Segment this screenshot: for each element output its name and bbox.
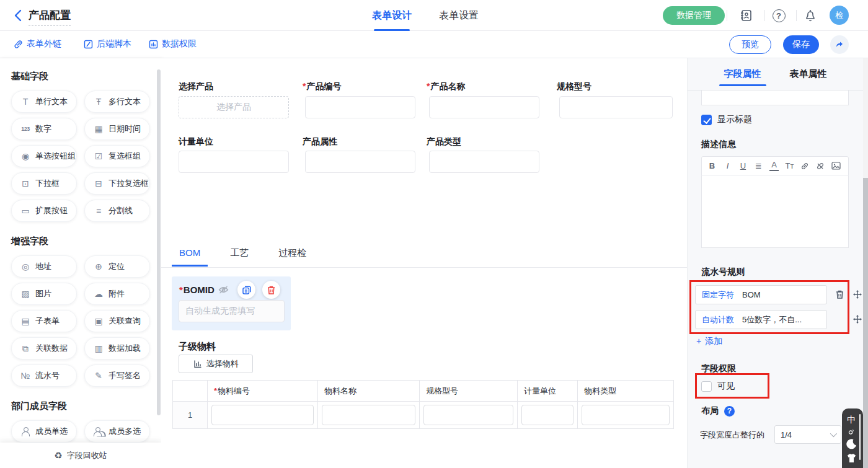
theme-shirt-icon[interactable] — [842, 453, 861, 463]
sidebar-item-image[interactable]: ▨图片 — [11, 283, 77, 305]
selected-field-bomid[interactable]: *BOMID 自动生成无需填写 — [172, 276, 291, 330]
serial-rule-fixed-chars[interactable]: 固定字符 BOM — [695, 285, 827, 304]
auto-theme-icon[interactable] — [842, 429, 861, 435]
col-spec-model[interactable]: 规格型号 — [420, 381, 518, 402]
move-rule-handle[interactable] — [852, 314, 862, 324]
back-button[interactable] — [11, 8, 26, 23]
data-permission-button[interactable]: 数据权限 — [149, 38, 197, 50]
product-attr-input[interactable] — [305, 151, 415, 173]
product-name-input[interactable] — [429, 96, 539, 118]
data-manage-button[interactable]: 数据管理 — [663, 6, 725, 25]
spec-model-input[interactable] — [559, 96, 673, 118]
italic-icon[interactable]: I — [723, 161, 732, 170]
sidebar-item-attachment[interactable]: ☁附件 — [84, 283, 150, 305]
trash-icon — [835, 289, 844, 299]
number-icon: 123 — [20, 126, 31, 132]
sidebar-item-number[interactable]: 123数字 — [11, 118, 77, 140]
serial-rule-auto-count[interactable]: 自动计数 5位数字，不自... — [695, 310, 827, 329]
field-recycle-bin[interactable]: ♻ 字段回收站 — [0, 443, 161, 468]
select-material-button[interactable]: 选择物料 — [179, 355, 253, 373]
field-width-select[interactable]: 1/4 — [774, 425, 841, 444]
add-rule-button[interactable]: + 添加 — [696, 336, 722, 347]
show-title-checkbox[interactable] — [701, 115, 712, 125]
move-rule-handle[interactable] — [852, 289, 862, 299]
sidebar-item-member-multi[interactable]: 成员多选 — [84, 420, 150, 443]
sidebar-item-location[interactable]: ⊕定位 — [84, 255, 150, 278]
delete-field-button[interactable] — [262, 281, 280, 299]
user-avatar[interactable]: 检 — [830, 6, 849, 25]
sidebar-item-dropdown[interactable]: ⊡下拉框 — [11, 172, 77, 195]
backend-script-button[interactable]: 后端脚本 — [84, 38, 131, 50]
col-material-type[interactable]: 物料类型 — [578, 381, 674, 402]
required-mark: * — [214, 386, 217, 395]
address-book-icon[interactable] — [738, 7, 754, 24]
product-type-input[interactable] — [429, 151, 539, 173]
sidebar-item-signature[interactable]: ✎手写签名 — [84, 364, 150, 387]
product-code-input[interactable] — [305, 96, 415, 118]
save-button[interactable]: 保存 — [783, 35, 819, 54]
language-toggle[interactable]: 中 — [842, 415, 861, 426]
sidebar-item-divider[interactable]: ≡分割线 — [84, 200, 150, 222]
sidebar-item-multi-dropdown[interactable]: ⊟下拉复选框 — [84, 172, 150, 195]
tab-form-settings[interactable]: 表单设置 — [439, 0, 479, 31]
copy-field-button[interactable] — [237, 281, 255, 299]
material-code-input[interactable] — [211, 405, 314, 425]
select-product-picker[interactable]: 选择产品 — [179, 96, 289, 118]
tab-process[interactable]: 工艺 — [223, 247, 256, 267]
sidebar-item-datetime[interactable]: ▦日期时间 — [84, 118, 150, 140]
form-external-link-button[interactable]: 表单外链 — [14, 38, 61, 50]
sidebar-scrollbar[interactable] — [157, 69, 161, 415]
share-arrow-icon — [835, 40, 844, 50]
unit-cell-input[interactable] — [521, 405, 574, 425]
sidebar-item-data-load[interactable]: ▥数据加载 — [84, 337, 150, 360]
help-icon[interactable]: ? — [771, 7, 787, 24]
visible-checkbox[interactable] — [701, 381, 712, 392]
tab-field-properties[interactable]: 字段属性 — [724, 58, 761, 90]
underline-icon[interactable]: U — [738, 161, 748, 170]
notification-bell-icon[interactable] — [802, 7, 818, 24]
preview-button[interactable]: 预览 — [729, 35, 771, 54]
bold-icon[interactable]: B — [707, 161, 717, 170]
page-title[interactable]: 产品配置 — [29, 8, 71, 26]
align-icon[interactable]: ≣ — [754, 161, 763, 170]
tab-process-check[interactable]: 过程检 — [271, 247, 314, 267]
description-textarea[interactable] — [701, 175, 849, 248]
sidebar-item-extend-button[interactable]: ▭扩展按钮 — [11, 200, 77, 222]
tab-bom[interactable]: BOM — [172, 247, 208, 267]
col-unit[interactable]: 计量单位 — [518, 381, 578, 402]
tab-form-properties[interactable]: 表单属性 — [790, 58, 827, 90]
sidebar-item-linked-query[interactable]: ▣关联查询 — [84, 310, 150, 332]
calendar-icon: ▦ — [93, 125, 104, 133]
dark-mode-moon-icon[interactable] — [842, 438, 861, 450]
insert-image-icon[interactable] — [831, 162, 841, 170]
remove-link-icon[interactable] — [816, 162, 825, 170]
col-material-name[interactable]: 物料名称 — [318, 381, 420, 402]
page-scrollbar-track[interactable] — [863, 58, 868, 468]
page-scrollbar-thumb[interactable] — [863, 178, 868, 468]
sidebar-item-single-line-text[interactable]: T单行文本 — [11, 91, 77, 113]
col-material-code[interactable]: *物料编号 — [208, 381, 318, 402]
sidebar-item-radio-group[interactable]: ◉单选按钮组 — [11, 145, 77, 167]
sidebar-item-member-single[interactable]: 成员单选 — [11, 420, 77, 443]
insert-link-icon[interactable] — [800, 162, 810, 170]
layout-help-icon[interactable]: ? — [724, 406, 735, 417]
sidebar-item-checkbox-group[interactable]: ☑复选框组 — [84, 145, 150, 167]
sidebar-item-subform[interactable]: ▤子表单 — [11, 310, 77, 332]
delete-rule-button[interactable] — [835, 289, 844, 299]
sidebar-item-address[interactable]: ◎地址 — [11, 255, 77, 278]
tab-form-design[interactable]: 表单设计 — [372, 0, 412, 31]
spec-model-cell-input[interactable] — [423, 405, 513, 425]
bomid-input[interactable]: 自动生成无需填写 — [179, 300, 285, 322]
unit-input[interactable] — [179, 151, 289, 173]
material-name-input[interactable] — [322, 405, 415, 425]
table-row: 1 — [173, 402, 674, 429]
font-color-icon[interactable]: A — [769, 161, 779, 170]
field-title-input-partial[interactable] — [701, 91, 849, 105]
share-button[interactable] — [830, 35, 849, 54]
sidebar-item-multi-line-text[interactable]: Ŧ多行文本 — [84, 91, 150, 113]
sidebar-item-serial-number[interactable]: №流水号 — [11, 364, 77, 387]
header-divider — [796, 10, 797, 21]
font-size-icon[interactable]: Tᴛ — [785, 161, 794, 170]
sidebar-item-linked-data[interactable]: ⧉关联数据 — [11, 337, 77, 360]
material-type-input[interactable] — [582, 405, 670, 425]
